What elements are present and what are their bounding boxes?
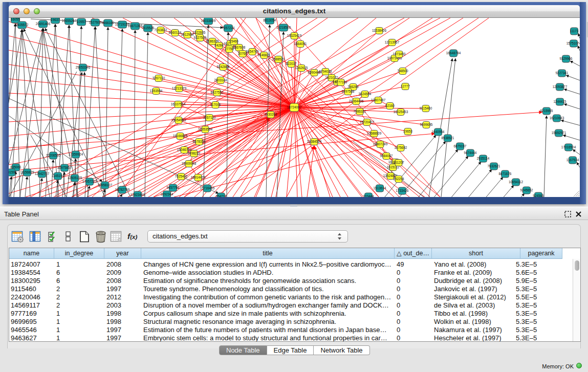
svg-text:15046766: 15046766 xyxy=(177,148,192,151)
svg-text:1145194: 1145194 xyxy=(52,174,64,178)
svg-text:161207: 161207 xyxy=(393,161,404,164)
svg-text:21364436: 21364436 xyxy=(349,99,364,103)
svg-text:2930203: 2930203 xyxy=(265,113,277,116)
svg-text:62160: 62160 xyxy=(385,104,395,107)
svg-text:9084067: 9084067 xyxy=(380,154,393,158)
svg-text:15466: 15466 xyxy=(229,39,238,43)
svg-text:18724007: 18724007 xyxy=(287,105,302,109)
svg-text:1167534: 1167534 xyxy=(567,158,579,162)
svg-text:2322605: 2322605 xyxy=(193,31,206,34)
svg-text:2803144: 2803144 xyxy=(214,78,227,82)
svg-text:9227341: 9227341 xyxy=(556,71,569,75)
svg-text:12777: 12777 xyxy=(401,84,410,88)
svg-text:19218506: 19218506 xyxy=(276,26,291,29)
svg-text:17359924: 17359924 xyxy=(69,152,83,156)
svg-text:17016504: 17016504 xyxy=(561,145,576,149)
svg-text:11353594: 11353594 xyxy=(198,127,212,131)
svg-text:15720407: 15720407 xyxy=(360,120,375,124)
svg-text:9457791: 9457791 xyxy=(167,186,180,189)
svg-text:30975857: 30975857 xyxy=(57,166,72,169)
svg-text:6497568: 6497568 xyxy=(342,90,355,93)
svg-text:11173: 11173 xyxy=(570,29,579,33)
svg-text:3267110: 3267110 xyxy=(203,116,216,119)
svg-text:1527602: 1527602 xyxy=(89,20,102,24)
svg-text:19054983: 19054983 xyxy=(171,118,186,122)
svg-text:6879197: 6879197 xyxy=(454,144,467,148)
svg-text:20206535: 20206535 xyxy=(46,154,61,157)
svg-text:924565: 924565 xyxy=(533,194,544,197)
svg-text:6794028: 6794028 xyxy=(319,70,332,73)
svg-text:16782759: 16782759 xyxy=(115,188,130,191)
svg-text:8660124: 8660124 xyxy=(169,31,182,34)
svg-text:10025453: 10025453 xyxy=(394,110,408,114)
svg-text:11538406: 11538406 xyxy=(372,29,386,32)
svg-text:7515526: 7515526 xyxy=(142,26,155,30)
svg-text:17957223: 17957223 xyxy=(82,180,97,183)
svg-text:9329966: 9329966 xyxy=(560,57,573,60)
svg-text:7163822: 7163822 xyxy=(155,28,167,32)
svg-text:1362615: 1362615 xyxy=(295,66,308,70)
svg-text:12942757: 12942757 xyxy=(35,172,50,176)
svg-text:1244415: 1244415 xyxy=(554,100,567,103)
svg-text:1353594: 1353594 xyxy=(150,89,163,93)
svg-text:29053346: 29053346 xyxy=(76,65,91,69)
svg-text:19637: 19637 xyxy=(51,18,60,21)
svg-text:8813054: 8813054 xyxy=(264,18,276,22)
svg-text:18807249: 18807249 xyxy=(373,142,388,146)
svg-text:16210643: 16210643 xyxy=(550,116,564,120)
svg-text:8215955: 8215955 xyxy=(540,109,553,113)
svg-text:1092344: 1092344 xyxy=(161,192,173,196)
svg-text:24284: 24284 xyxy=(214,43,224,47)
svg-text:2935114: 2935114 xyxy=(477,157,490,160)
svg-text:16914479: 16914479 xyxy=(191,176,206,179)
svg-text:7986322: 7986322 xyxy=(354,110,366,113)
svg-text:1588520: 1588520 xyxy=(272,57,285,61)
svg-text:10958107: 10958107 xyxy=(98,183,113,187)
svg-text:3267110: 3267110 xyxy=(153,76,165,80)
svg-text:15716485: 15716485 xyxy=(200,186,215,190)
svg-text:1733426: 1733426 xyxy=(396,189,409,192)
svg-text:19384554: 19384554 xyxy=(307,140,322,143)
svg-text:9777169: 9777169 xyxy=(335,80,347,84)
svg-text:16055: 16055 xyxy=(11,18,20,21)
svg-text:9242848: 9242848 xyxy=(217,65,230,69)
svg-text:16033809: 16033809 xyxy=(201,19,216,23)
svg-text:2867608: 2867608 xyxy=(233,46,246,49)
svg-text:19653: 19653 xyxy=(403,129,412,133)
svg-text:9245652: 9245652 xyxy=(520,188,533,192)
svg-text:822037: 822037 xyxy=(286,62,297,65)
svg-text:9699695: 9699695 xyxy=(420,123,433,126)
svg-text:8454749: 8454749 xyxy=(246,50,259,53)
svg-text:8938921: 8938921 xyxy=(442,136,454,140)
svg-text:12923446: 12923446 xyxy=(130,193,145,196)
svg-text:16648784: 16648784 xyxy=(446,51,461,55)
svg-text:117006: 117006 xyxy=(210,103,221,106)
svg-text:1075692: 1075692 xyxy=(395,146,407,149)
svg-text:835061: 835061 xyxy=(10,165,21,169)
svg-text:154213: 154213 xyxy=(215,194,227,197)
svg-text:8471676: 8471676 xyxy=(499,172,512,176)
svg-text:3624554: 3624554 xyxy=(359,92,372,96)
svg-text:1664091: 1664091 xyxy=(294,42,307,46)
svg-text:103444: 103444 xyxy=(363,194,374,197)
svg-text:9115460: 9115460 xyxy=(420,106,432,110)
svg-text:1640954: 1640954 xyxy=(432,130,445,134)
svg-text:10655267: 10655267 xyxy=(62,19,77,23)
svg-text:30760: 30760 xyxy=(238,52,247,55)
svg-text:1973493: 1973493 xyxy=(393,52,406,56)
svg-text:8678334: 8678334 xyxy=(193,140,206,143)
svg-text:12505135: 12505135 xyxy=(68,176,82,180)
svg-text:20691406: 20691406 xyxy=(36,22,51,26)
svg-text:1513614: 1513614 xyxy=(374,186,386,190)
svg-text:6466160: 6466160 xyxy=(102,21,115,25)
svg-text:7632621: 7632621 xyxy=(488,164,500,168)
svg-text:27750: 27750 xyxy=(225,47,234,51)
svg-text:5498222: 5498222 xyxy=(188,151,201,155)
svg-text:7357224: 7357224 xyxy=(222,26,235,30)
svg-text:12213967: 12213967 xyxy=(385,40,400,44)
svg-text:9474444: 9474444 xyxy=(464,151,477,155)
svg-text:11156829: 11156829 xyxy=(20,170,34,174)
svg-text:9146821: 9146821 xyxy=(258,53,271,57)
svg-text:1405572: 1405572 xyxy=(16,23,29,27)
svg-text:12093877: 12093877 xyxy=(553,85,568,89)
